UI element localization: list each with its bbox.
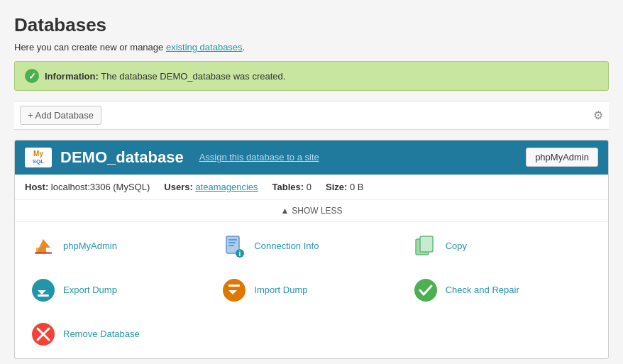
users-info: Users: ateamagencies bbox=[164, 182, 258, 192]
alert-text: Information: The database DEMO_database … bbox=[45, 71, 285, 82]
action-label-check: Check and Repair bbox=[446, 285, 519, 295]
tables-label: Tables: bbox=[272, 182, 304, 192]
action-remove-database[interactable]: Remove Database bbox=[25, 317, 216, 351]
tables-info: Tables: 0 bbox=[272, 182, 312, 192]
remove-icon bbox=[31, 321, 56, 347]
mysql-badge: My SQL bbox=[25, 148, 52, 167]
check-icon bbox=[413, 277, 439, 303]
svg-rect-4 bbox=[228, 239, 237, 241]
action-import-dump[interactable]: Import Dump bbox=[216, 273, 407, 307]
svg-point-17 bbox=[414, 279, 437, 302]
connection-icon: i bbox=[221, 233, 247, 259]
show-less-bar[interactable]: ▲ SHOW LESS bbox=[15, 200, 608, 222]
svg-rect-10 bbox=[420, 236, 433, 252]
header-right: phpMyAdmin bbox=[526, 148, 598, 167]
manage-link[interactable]: existing databases bbox=[166, 42, 243, 53]
page-title: Databases bbox=[14, 14, 609, 36]
size-label: Size: bbox=[326, 182, 347, 192]
action-check-repair[interactable]: Check and Repair bbox=[407, 273, 598, 307]
host-label: Host: bbox=[25, 182, 48, 192]
phpmyadmin-header-button[interactable]: phpMyAdmin bbox=[526, 148, 598, 167]
svg-rect-5 bbox=[228, 242, 236, 243]
chevron-up-icon: ▲ bbox=[280, 206, 289, 216]
svg-rect-2 bbox=[35, 252, 52, 254]
alert-message: The database DEMO_database was created. bbox=[101, 71, 285, 82]
host-info: Host: localhost:3306 (MySQL) bbox=[25, 182, 150, 192]
page-subtitle: Here you can create new or manage existi… bbox=[14, 42, 609, 53]
size-info: Size: 0 B bbox=[326, 182, 363, 192]
action-phpmyadmin[interactable]: phpMyAdmin bbox=[25, 229, 216, 263]
database-name: DEMO_database bbox=[60, 148, 184, 167]
alert-prefix: Information: bbox=[45, 71, 99, 82]
database-header: My SQL DEMO_database Assign this databas… bbox=[15, 140, 608, 175]
database-meta: Host: localhost:3306 (MySQL) Users: atea… bbox=[15, 175, 608, 200]
toolbar: + Add Database ⚙ bbox=[14, 101, 609, 130]
action-copy[interactable]: Copy bbox=[407, 229, 598, 263]
settings-icon[interactable]: ⚙ bbox=[593, 109, 603, 122]
svg-marker-0 bbox=[36, 239, 50, 253]
tables-value: 0 bbox=[307, 182, 312, 192]
action-label-import: Import Dump bbox=[254, 285, 307, 295]
svg-text:i: i bbox=[239, 250, 241, 258]
copy-icon bbox=[413, 233, 439, 259]
alert-icon: ✓ bbox=[25, 69, 39, 83]
phpmyadmin-icon bbox=[31, 233, 56, 259]
action-export-dump[interactable]: Export Dump bbox=[25, 273, 216, 307]
actions-grid: phpMyAdmin i Connection Info Copy bbox=[15, 222, 608, 358]
database-card: My SQL DEMO_database Assign this databas… bbox=[14, 140, 609, 359]
add-database-button[interactable]: + Add Database bbox=[20, 106, 101, 125]
action-label-phpmyadmin: phpMyAdmin bbox=[63, 241, 117, 251]
action-label-remove: Remove Database bbox=[63, 329, 140, 339]
svg-rect-16 bbox=[228, 285, 240, 287]
host-value: localhost:3306 (MySQL) bbox=[51, 182, 150, 192]
export-icon bbox=[31, 277, 56, 303]
action-label-connection: Connection Info bbox=[254, 241, 319, 251]
show-less-label: SHOW LESS bbox=[292, 206, 342, 216]
action-connection-info[interactable]: i Connection Info bbox=[216, 229, 407, 263]
assign-link[interactable]: Assign this database to a site bbox=[199, 152, 319, 162]
users-label: Users: bbox=[164, 182, 192, 192]
size-value: 0 B bbox=[350, 182, 364, 192]
action-label-copy: Copy bbox=[446, 241, 467, 251]
action-label-export: Export Dump bbox=[63, 285, 117, 295]
badge-bottom: SQL bbox=[33, 158, 44, 165]
svg-rect-13 bbox=[38, 294, 49, 297]
users-value[interactable]: ateamagencies bbox=[195, 182, 258, 192]
svg-rect-6 bbox=[228, 245, 234, 246]
badge-top: My bbox=[33, 150, 43, 158]
alert-banner: ✓ Information: The database DEMO_databas… bbox=[14, 61, 609, 91]
import-icon bbox=[221, 277, 247, 303]
